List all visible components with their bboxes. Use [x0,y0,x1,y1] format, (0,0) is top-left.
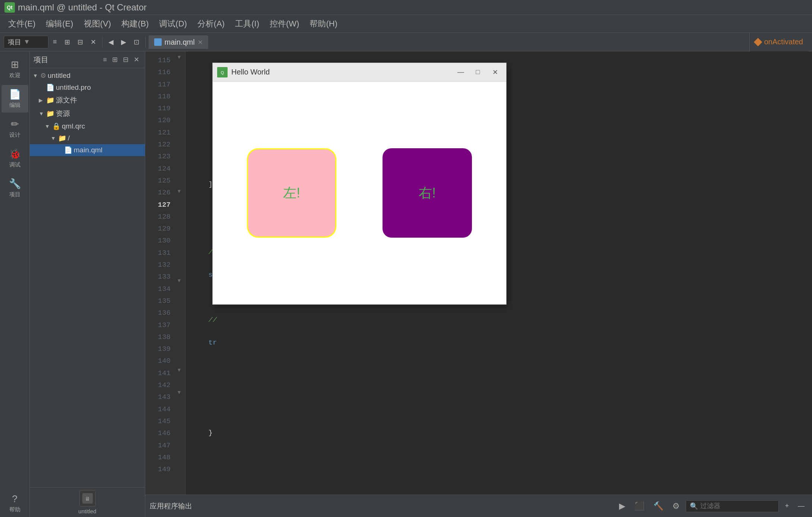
code-line-127: tr [191,337,217,348]
sidebar-item-edit[interactable]: 📄 编辑 [1,85,28,112]
title-bar: Qt main.qml @ untitled - Qt Creator [0,0,812,15]
tree-item-qrc[interactable]: ▼ 🔒 qml.qrc [30,120,145,132]
fold-arrow-115[interactable]: ▼ [175,51,185,63]
design-label: 设计 [9,131,20,139]
popup-maximize-btn[interactable]: □ [471,67,485,77]
gutter-130 [175,219,185,230]
toolbar-split-btn[interactable]: ⊟ [74,36,86,48]
svg-text:🖥: 🖥 [85,496,90,502]
help-label: 帮助 [9,506,20,513]
on-activated-label: onActivated [764,38,803,46]
on-activated-diamond-icon [754,38,762,46]
fold-arrow-127[interactable]: ▼ [175,185,185,197]
popup-title: Hello World [231,68,450,76]
main-layout: ⊞ 欢迎 📄 编辑 ✏ 设计 🐞 调试 🔧 项目 ? 帮助 项目 ≡ ⊞ [0,51,812,517]
output-remove-btn[interactable]: — [795,500,808,512]
close-tree-icon[interactable]: ✕ [132,54,141,65]
gutter-147 [175,409,185,420]
toolbar-save-btn[interactable]: ⊡ [131,36,142,48]
menu-analyze[interactable]: 分析(A) [192,16,230,32]
resources-folder-icon: 📁 [46,110,54,118]
tree-label-maingml: main.qml [74,146,102,154]
toolbar-link-btn[interactable]: ⊞ [61,36,73,48]
output-build-btn[interactable]: 🔨 [650,499,666,513]
tab-close-x[interactable]: ✕ [198,39,203,46]
toolbar-separator [102,37,102,48]
project-selector[interactable]: 项目 ▼ [4,36,48,48]
design-icon: ✏ [11,118,19,130]
toolbar-forward-btn[interactable]: ▶ [118,36,129,48]
help-icon: ? [12,493,17,505]
sidebar-item-design[interactable]: ✏ 设计 [1,115,28,142]
left-button-label: 左! [283,184,300,202]
output-search: 🔍 [686,500,779,512]
project-badge-icon: 🖥 [79,490,96,507]
editor-area: 115 116 117 118 119 120 121 122 123 124 … [145,51,812,517]
fold-arrow-135[interactable]: ▼ [175,275,185,286]
code-line-131: } [191,427,213,438]
right-button[interactable]: 右! [383,148,472,238]
output-stop-btn[interactable]: ⬛ [631,499,647,513]
left-button[interactable]: 左! [247,148,336,238]
gutter-136 [175,286,185,297]
sidebar-item-project[interactable]: 🔧 项目 [1,174,28,202]
popup-close-btn[interactable]: ✕ [488,67,502,77]
output-filter-input[interactable] [700,502,775,510]
gutter-120 [175,107,185,118]
tree-item-pro[interactable]: ▶ 📄 untitled.pro [30,82,145,93]
toolbar-filter-btn[interactable]: ≡ [50,36,60,48]
menu-build[interactable]: 构建(B) [116,16,154,32]
tree-arrow-qrc: ▼ [45,123,51,129]
tree-arrow-resources: ▼ [39,111,45,117]
welcome-icon: ⊞ [11,59,19,70]
tree-item-slash[interactable]: ▼ 📁 / [30,132,145,144]
gutter-139 [175,320,185,331]
main-qml-tab[interactable]: main.qml ✕ [149,35,208,49]
output-add-btn[interactable]: + [782,500,792,512]
edit-icon: 📄 [9,89,21,100]
toolbar-close-btn[interactable]: ✕ [88,36,99,48]
project-badge: 🖥 untitled [30,487,145,517]
fold-arrow-143[interactable]: ▼ [175,364,185,375]
output-gear-btn[interactable]: ⚙ [669,499,683,513]
tree-item-source[interactable]: ▶ 📁 源文件 [30,93,145,107]
project-selector-arrow: ▼ [23,38,30,46]
debug-label: 调试 [9,161,20,168]
menu-debug[interactable]: 调试(D) [154,16,192,32]
menu-tools[interactable]: 工具(I) [230,16,264,32]
menu-view[interactable]: 视图(V) [79,16,116,32]
window-title: main.qml @ untitled - Qt Creator [18,2,147,13]
toolbar-back-btn[interactable]: ◀ [105,36,117,48]
sidebar-item-welcome[interactable]: ⊞ 欢迎 [1,55,28,83]
line-gutter: ▼ ▼ [175,51,185,495]
edit-label: 编辑 [9,102,20,109]
tree-label-pro: untitled.pro [56,83,91,92]
menu-edit[interactable]: 编辑(E) [41,16,78,32]
tree-item-maingml[interactable]: ▶ 📄 main.qml [30,144,145,156]
output-title: 应用程序输出 [150,501,192,511]
menu-file[interactable]: 文件(E) [3,16,41,32]
filter-icon[interactable]: ≡ [101,55,109,65]
toolbar-separator2 [145,37,146,48]
popup-content: 左! 右! [213,82,506,304]
source-folder-icon: 📁 [46,96,54,104]
tree-item-untitled[interactable]: ▼ ⚙ untitled [30,70,145,82]
tree-label-resources: 资源 [56,109,70,118]
sidebar-item-debug[interactable]: 🐞 调试 [1,145,28,172]
gutter-142 [175,353,185,364]
tree-label-source: 源文件 [56,95,77,105]
menu-controls[interactable]: 控件(W) [264,16,304,32]
on-activated-tab[interactable]: onActivated [749,33,808,51]
popup-titlebar: Q Hello World — □ ✕ [213,63,506,82]
svg-text:Q: Q [221,70,224,75]
qml-tab-icon [154,38,162,46]
gutter-133 [175,253,185,264]
split-icon[interactable]: ⊟ [121,54,130,65]
tree-item-resources[interactable]: ▼ 📁 资源 [30,107,145,120]
output-run-btn[interactable]: ▶ [616,499,628,513]
link-icon[interactable]: ⊞ [110,54,120,65]
sidebar-item-help[interactable]: ? 帮助 [1,489,28,517]
menu-help[interactable]: 帮助(H) [304,16,343,32]
popup-minimize-btn[interactable]: — [454,67,467,77]
fold-arrow-145[interactable]: ▼ [175,387,185,398]
